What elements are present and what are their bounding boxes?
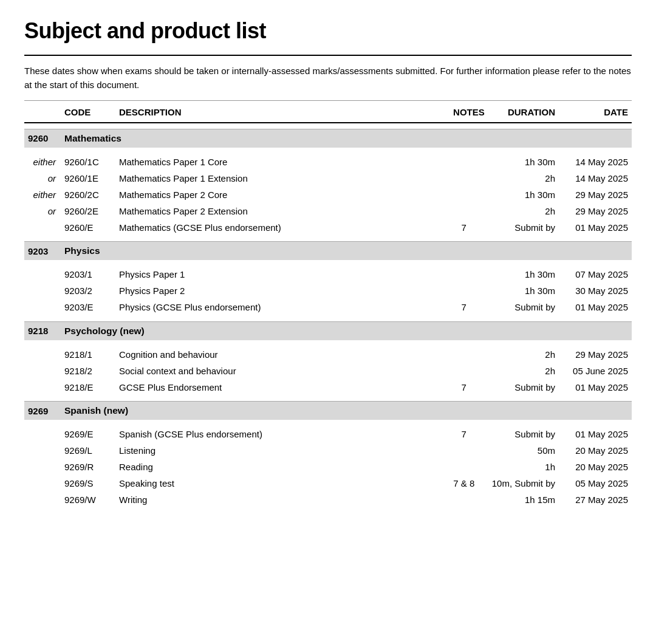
section-subject: Mathematics [61,129,632,148]
table-row: 9269/L Listening 50m 20 May 2025 [24,442,632,459]
section-row: 9269 Spanish (new) [24,402,632,420]
row-date: 30 May 2025 [559,283,632,299]
header-code: CODE [61,101,115,123]
row-date: 07 May 2025 [559,266,632,283]
row-duration: 1h 30m [488,283,559,299]
header-date: DATE [559,101,632,123]
row-code: 9260/2E [61,203,115,219]
row-code: 9203/2 [61,283,115,299]
row-duration: Submit by [488,379,559,396]
row-notes [440,442,488,459]
table-row: 9269/E Spanish (GCSE Plus endorsement) 7… [24,426,632,442]
row-description: GCSE Plus Endorsement [115,379,440,396]
table-row: 9269/R Reading 1h 20 May 2025 [24,459,632,475]
row-duration: 2h [488,346,559,363]
row-description: Mathematics Paper 2 Extension [115,203,440,219]
table-row: 9203/1 Physics Paper 1 1h 30m 07 May 202… [24,266,632,283]
table-row: 9218/2 Social context and behaviour 2h 0… [24,363,632,379]
row-qualifier [24,492,61,508]
row-qualifier: either [24,187,61,203]
table-row: either 9260/1C Mathematics Paper 1 Core … [24,154,632,170]
section-id: 9260 [24,129,61,148]
row-code: 9260/2C [61,187,115,203]
row-qualifier [24,283,61,299]
table-row: or 9260/1E Mathematics Paper 1 Extension… [24,170,632,187]
row-qualifier: or [24,203,61,219]
row-description: Speaking test [115,475,440,492]
row-description: Social context and behaviour [115,363,440,379]
table-row: 9218/1 Cognition and behaviour 2h 29 May… [24,346,632,363]
row-description: Listening [115,442,440,459]
row-date: 29 May 2025 [559,187,632,203]
row-date: 27 May 2025 [559,492,632,508]
row-date: 05 June 2025 [559,363,632,379]
table-row: either 9260/2C Mathematics Paper 2 Core … [24,187,632,203]
table-row: 9203/E Physics (GCSE Plus endorsement) 7… [24,299,632,315]
row-qualifier: either [24,154,61,170]
row-description: Reading [115,459,440,475]
row-qualifier [24,346,61,363]
row-date: 01 May 2025 [559,379,632,396]
row-code: 9269/E [61,426,115,442]
row-notes [440,283,488,299]
row-qualifier [24,299,61,315]
row-code: 9218/2 [61,363,115,379]
row-code: 9269/S [61,475,115,492]
row-duration: 2h [488,203,559,219]
row-qualifier [24,219,61,236]
row-date: 20 May 2025 [559,442,632,459]
row-description: Mathematics Paper 1 Core [115,154,440,170]
row-duration: 1h 30m [488,187,559,203]
row-duration: 1h [488,459,559,475]
row-notes [440,266,488,283]
row-notes: 7 & 8 [440,475,488,492]
row-notes: 7 [440,379,488,396]
row-description: Physics (GCSE Plus endorsement) [115,299,440,315]
row-qualifier [24,266,61,283]
table-row: 9269/W Writing 1h 15m 27 May 2025 [24,492,632,508]
row-date: 01 May 2025 [559,299,632,315]
row-date: 14 May 2025 [559,170,632,187]
section-row: 9203 Physics [24,242,632,261]
header-qualifier [24,101,61,123]
row-duration: 50m [488,442,559,459]
section-id: 9203 [24,242,61,261]
section-id: 9269 [24,402,61,420]
page-title: Subject and product list [24,18,632,44]
table-row: 9218/E GCSE Plus Endorsement 7 Submit by… [24,379,632,396]
row-description: Physics Paper 1 [115,266,440,283]
row-qualifier [24,442,61,459]
row-notes [440,346,488,363]
row-qualifier [24,426,61,442]
section-row: 9260 Mathematics [24,129,632,148]
row-date: 29 May 2025 [559,203,632,219]
row-notes [440,154,488,170]
row-code: 9260/E [61,219,115,236]
row-description: Writing [115,492,440,508]
row-code: 9269/R [61,459,115,475]
section-subject: Psychology (new) [61,321,632,340]
row-qualifier: or [24,170,61,187]
row-notes [440,459,488,475]
section-subject: Physics [61,242,632,261]
table-row: or 9260/2E Mathematics Paper 2 Extension… [24,203,632,219]
section-subject: Spanish (new) [61,402,632,420]
row-description: Mathematics Paper 2 Core [115,187,440,203]
row-notes: 7 [440,299,488,315]
row-description: Spanish (GCSE Plus endorsement) [115,426,440,442]
row-duration: Submit by [488,219,559,236]
row-duration: Submit by [488,299,559,315]
row-notes [440,363,488,379]
row-qualifier [24,475,61,492]
row-code: 9260/1E [61,170,115,187]
row-notes [440,203,488,219]
row-code: 9269/W [61,492,115,508]
row-qualifier [24,379,61,396]
header-duration: DURATION [488,101,559,123]
section-row: 9218 Psychology (new) [24,321,632,340]
row-duration: 10m, Submit by [488,475,559,492]
row-qualifier [24,459,61,475]
row-duration: 1h 30m [488,266,559,283]
row-code: 9218/1 [61,346,115,363]
row-notes: 7 [440,219,488,236]
